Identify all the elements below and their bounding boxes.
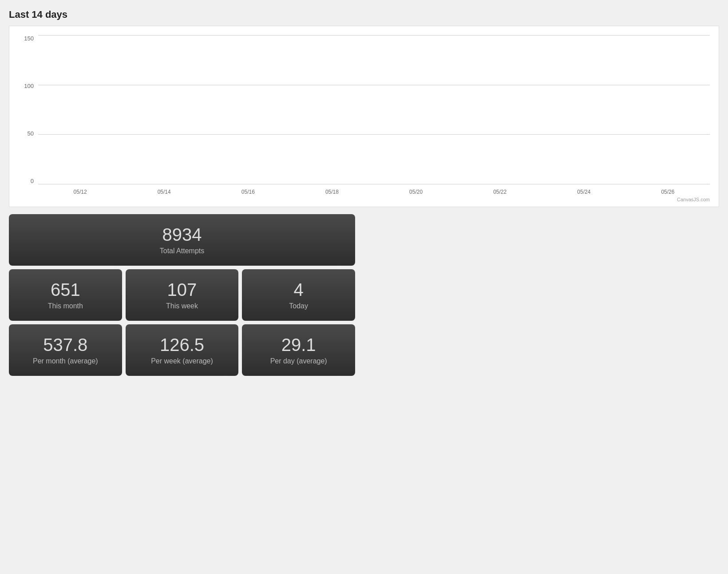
stat-card-1: 107 This week xyxy=(126,269,239,321)
stat-label-2: Today xyxy=(249,302,348,310)
chart-title: Last 14 days xyxy=(9,9,719,20)
y-label-50: 50 xyxy=(18,130,34,137)
y-label-100: 100 xyxy=(18,83,34,89)
stat-number-5: 29.1 xyxy=(249,335,348,355)
stat-card-4: 126.5 Per week (average) xyxy=(126,324,239,376)
chart-plot-area: 05/1205/1405/1605/1805/2005/2205/2405/26 xyxy=(38,35,710,195)
x-label-3: 05/18 xyxy=(325,189,339,195)
x-label-4: 05/20 xyxy=(409,189,423,195)
bars-row xyxy=(38,35,710,184)
x-label-1: 05/14 xyxy=(158,189,171,195)
y-label-0: 0 xyxy=(18,178,34,184)
stat-number-1: 107 xyxy=(133,280,232,299)
total-label: Total Attempts xyxy=(16,247,348,255)
x-label-7: 05/26 xyxy=(661,189,674,195)
y-label-150: 150 xyxy=(18,35,34,42)
x-label-0: 05/12 xyxy=(74,189,87,195)
stat-label-4: Per week (average) xyxy=(133,357,232,365)
stat-number-3: 537.8 xyxy=(16,335,115,355)
x-label-6: 05/24 xyxy=(577,189,590,195)
stat-number-4: 126.5 xyxy=(133,335,232,355)
chart-container: 0 50 100 150 05/1205/1405/1605/1805/2005… xyxy=(9,26,719,207)
x-label-5: 05/22 xyxy=(493,189,506,195)
total-attempts-card: 8934 Total Attempts xyxy=(9,214,355,266)
stat-label-5: Per day (average) xyxy=(249,357,348,365)
stats-section: 8934 Total Attempts 651 This month 107 T… xyxy=(9,214,719,376)
stat-card-0: 651 This month xyxy=(9,269,122,321)
stat-number-2: 4 xyxy=(249,280,348,299)
stat-number-0: 651 xyxy=(16,280,115,299)
stat-card-2: 4 Today xyxy=(242,269,355,321)
stat-label-0: This month xyxy=(16,302,115,310)
stats-grid: 651 This month 107 This week 4 Today 537… xyxy=(9,269,355,376)
y-axis: 0 50 100 150 xyxy=(18,35,34,195)
stat-label-3: Per month (average) xyxy=(16,357,115,365)
stat-card-5: 29.1 Per day (average) xyxy=(242,324,355,376)
stat-label-1: This week xyxy=(133,302,232,310)
canvasjs-credit: CanvasJS.com xyxy=(18,197,710,202)
x-labels: 05/1205/1405/1605/1805/2005/2205/2405/26 xyxy=(38,184,710,195)
x-label-2: 05/16 xyxy=(241,189,255,195)
stat-card-3: 537.8 Per month (average) xyxy=(9,324,122,376)
total-number: 8934 xyxy=(16,225,348,244)
